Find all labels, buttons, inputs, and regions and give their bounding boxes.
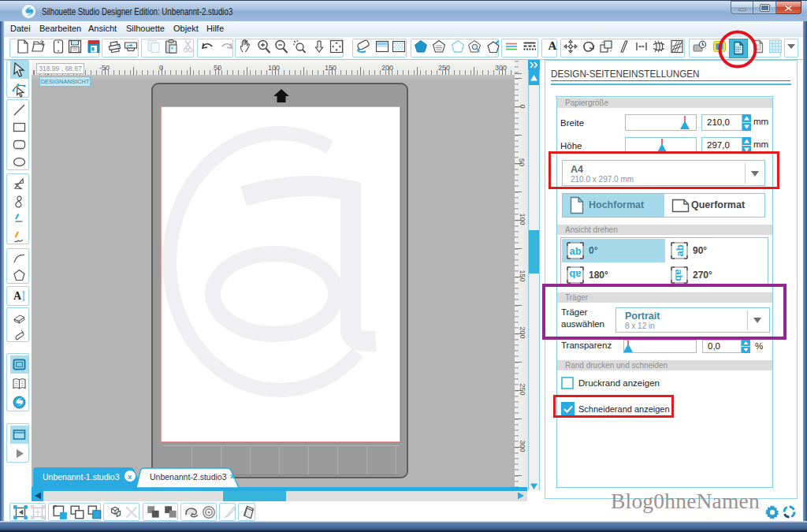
svg-text:A: A <box>13 290 22 302</box>
svg-text:Unbenannt-2.studio3: Unbenannt-2.studio3 <box>150 472 227 482</box>
svg-text:ab: ab <box>570 245 582 257</box>
svg-text:ab: ab <box>673 270 685 281</box>
svg-text:ab: ab <box>674 244 686 256</box>
svg-text:x: x <box>230 471 235 480</box>
svg-text:x: x <box>128 472 132 481</box>
svg-text:Unbenannt-1.studio3: Unbenannt-1.studio3 <box>43 472 120 482</box>
svg-text:ab: ab <box>569 269 581 281</box>
